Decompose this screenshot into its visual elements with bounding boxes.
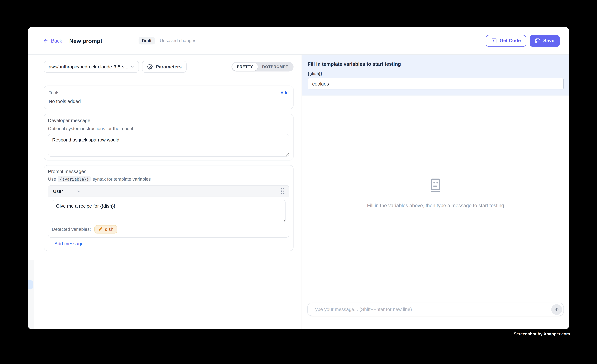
- bot-face-icon: [428, 178, 443, 193]
- variable-chip-label: dish: [105, 227, 113, 232]
- hint-suffix: syntax for template variables: [93, 176, 151, 182]
- chevron-down-icon: [130, 64, 135, 69]
- role-selector[interactable]: User: [53, 188, 81, 194]
- parameters-button[interactable]: Parameters: [142, 61, 187, 73]
- role-value: User: [53, 188, 63, 194]
- app-window: Back New prompt Draft Unsaved changes Ge…: [28, 27, 569, 329]
- watermark-text: Screenshot by Xnapper.com: [514, 332, 570, 336]
- tools-empty-text: No tools added: [49, 99, 289, 104]
- header-actions: Get Code Save: [486, 35, 560, 47]
- format-toggle: PRETTY DOTPROMPT: [232, 62, 294, 71]
- model-selector[interactable]: aws/anthropic/bedrock-claude-3-5-s...: [44, 61, 139, 73]
- save-button[interactable]: Save: [530, 35, 560, 47]
- message-header: User: [48, 186, 289, 197]
- add-tool-button[interactable]: Add: [275, 90, 289, 95]
- page-title: New prompt: [69, 38, 102, 44]
- tools-card: Tools Add No tools added: [44, 85, 294, 109]
- detected-variables-label: Detected variables:: [52, 227, 91, 232]
- unsaved-changes-text: Unsaved changes: [160, 38, 196, 43]
- template-variables-title: Fill in template variables to start test…: [308, 61, 564, 67]
- chat-preview-area: Fill in the variables above, then type a…: [302, 95, 569, 298]
- hint-prefix: Use: [48, 176, 56, 182]
- app-body: aws/anthropic/bedrock-claude-3-5-s... Pa…: [28, 55, 569, 329]
- detected-variables-row: Detected variables: dish: [48, 222, 289, 237]
- chat-empty-state-text: Fill in the variables above, then type a…: [367, 203, 504, 208]
- parameters-label: Parameters: [156, 64, 182, 69]
- sidebar-peek-active-item: [28, 280, 33, 289]
- prompt-message-block: User Give me a recipe for {{dish}}: [48, 185, 289, 238]
- add-message-button[interactable]: Add message: [48, 241, 289, 246]
- model-selector-value: aws/anthropic/bedrock-claude-3-5-s...: [49, 64, 128, 69]
- variable-value-input[interactable]: [308, 78, 564, 89]
- gear-icon: [147, 64, 153, 69]
- developer-message-textarea[interactable]: Respond as jack sparrow would: [48, 134, 289, 157]
- status-badge: Draft: [138, 37, 155, 45]
- add-tool-label: Add: [281, 90, 289, 95]
- back-label: Back: [51, 38, 62, 44]
- save-icon: [535, 38, 541, 44]
- arrow-left-icon: [43, 38, 48, 43]
- test-panel: Fill in template variables to start test…: [301, 55, 569, 329]
- message-input[interactable]: [313, 307, 545, 312]
- screenshot-stage: Back New prompt Draft Unsaved changes Ge…: [0, 0, 597, 364]
- toggle-option-dotprompt[interactable]: DOTPROMPT: [258, 63, 293, 71]
- pencil-icon: [98, 227, 103, 232]
- drag-handle-icon[interactable]: [281, 188, 284, 194]
- message-body: Give me a recipe for {{dish}}: [48, 197, 289, 222]
- plus-icon: [48, 242, 52, 246]
- plus-icon: [275, 91, 279, 95]
- variable-chip-dish[interactable]: dish: [94, 225, 117, 234]
- prompt-editor-pane: aws/anthropic/bedrock-claude-3-5-s... Pa…: [28, 55, 302, 329]
- toggle-option-pretty[interactable]: PRETTY: [232, 63, 258, 71]
- app-header: Back New prompt Draft Unsaved changes Ge…: [28, 27, 569, 55]
- template-syntax-hint: Use {{variable}} syntax for template var…: [48, 176, 289, 182]
- variable-name-label: {{dish}}: [308, 71, 564, 76]
- composer-bar: [302, 298, 569, 329]
- arrow-up-icon: [554, 307, 559, 312]
- send-button[interactable]: [551, 304, 562, 315]
- prompt-messages-title: Prompt messages: [48, 169, 289, 174]
- terminal-icon: [491, 38, 497, 44]
- message-content-textarea[interactable]: Give me a recipe for {{dish}}: [52, 200, 286, 222]
- save-label: Save: [543, 38, 554, 43]
- model-toolbar: aws/anthropic/bedrock-claude-3-5-s... Pa…: [44, 61, 294, 73]
- get-code-label: Get Code: [500, 38, 521, 43]
- template-variables-section: Fill in template variables to start test…: [302, 55, 569, 95]
- variable-syntax-chip: {{variable}}: [58, 176, 91, 182]
- developer-message-title: Developer message: [48, 118, 289, 123]
- prompt-messages-card: Prompt messages Use {{variable}} syntax …: [44, 165, 294, 251]
- chevron-down-icon: [63, 189, 81, 193]
- sidebar-peek-strip: [28, 260, 34, 329]
- add-message-label: Add message: [55, 241, 83, 246]
- tools-title: Tools: [49, 90, 59, 95]
- developer-message-card: Developer message Optional system instru…: [44, 114, 294, 160]
- get-code-button[interactable]: Get Code: [486, 35, 526, 47]
- developer-message-subtitle: Optional system instructions for the mod…: [48, 126, 289, 131]
- composer-box: [307, 303, 564, 316]
- back-button[interactable]: Back: [43, 38, 62, 44]
